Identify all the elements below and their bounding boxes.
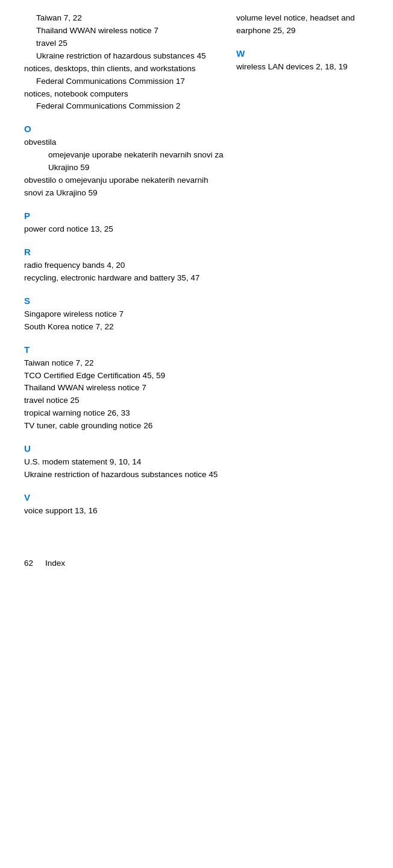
index-entry: radio frequency bands 4, 20 — [24, 259, 224, 272]
index-entry: Federal Communications Commission 17 — [24, 75, 224, 88]
footer: 62 Index — [24, 553, 369, 568]
index-section: Ppower cord notice 13, 25 — [24, 211, 224, 236]
index-entry: Taiwan 7, 22 — [24, 12, 224, 25]
index-entry: tropical warning notice 26, 33 — [24, 407, 224, 420]
index-entry: South Korea notice 7, 22 — [24, 321, 224, 334]
right-column: volume level notice, headset and earphon… — [236, 12, 369, 528]
index-section: Rradio frequency bands 4, 20recycling, e… — [24, 247, 224, 285]
section-letter: U — [24, 443, 224, 454]
index-entry: recycling, electronic hardware and batte… — [24, 272, 224, 285]
index-section: Oobvestilaomejevanje uporabe nekaterih n… — [24, 124, 224, 200]
index-section: Taiwan 7, 22Thailand WWAN wireless notic… — [24, 12, 224, 113]
index-entry: power cord notice 13, 25 — [24, 223, 224, 236]
index-section: SSingapore wireless notice 7South Korea … — [24, 296, 224, 334]
index-entry: travel notice 25 — [24, 394, 224, 407]
index-entry: U.S. modem statement 9, 10, 14 — [24, 456, 224, 469]
section-letter: P — [24, 211, 224, 221]
index-entry: TV tuner, cable grounding notice 26 — [24, 420, 224, 432]
index-section: TTaiwan notice 7, 22TCO Certified Edge C… — [24, 344, 224, 433]
index-entry: Ukraine restriction of hazardous substan… — [24, 50, 224, 63]
section-letter: W — [236, 48, 369, 59]
section-letter: O — [24, 124, 224, 134]
index-entry: notices, notebook computers — [24, 88, 224, 101]
left-column: Taiwan 7, 22Thailand WWAN wireless notic… — [24, 12, 224, 528]
index-entry: notices, desktops, thin clients, and wor… — [24, 63, 224, 75]
index-entry: voice support 13, 16 — [24, 505, 224, 518]
section-letter: S — [24, 296, 224, 306]
index-section: Vvoice support 13, 16 — [24, 492, 224, 518]
index-entry: omejevanje uporabe nekaterih nevarnih sn… — [24, 149, 224, 174]
index-entry: Ukraine restriction of hazardous substan… — [24, 469, 224, 481]
section-letter: V — [24, 492, 224, 502]
index-entry: Federal Communications Commission 2 — [24, 100, 224, 113]
index-entry: Thailand WWAN wireless notice 7 — [24, 25, 224, 37]
index-section: Wwireless LAN devices 2, 18, 19 — [236, 48, 369, 74]
page-number: 62 — [24, 559, 33, 568]
index-entry: volume level notice, headset and earphon… — [236, 12, 369, 37]
index-entry: obvestilo o omejevanju uporabe nekaterih… — [24, 174, 224, 200]
index-entry: obvestila — [24, 136, 224, 149]
index-entry: Thailand WWAN wireless notice 7 — [24, 382, 224, 394]
index-section: volume level notice, headset and earphon… — [236, 12, 369, 37]
index-entry: travel 25 — [24, 37, 224, 50]
section-letter: R — [24, 247, 224, 257]
footer-label: Index — [45, 559, 65, 568]
index-entry: TCO Certified Edge Certification 45, 59 — [24, 370, 224, 382]
index-section: UU.S. modem statement 9, 10, 14Ukraine r… — [24, 443, 224, 481]
index-entry: Taiwan notice 7, 22 — [24, 357, 224, 370]
index-entry: wireless LAN devices 2, 18, 19 — [236, 61, 369, 74]
index-entry: Singapore wireless notice 7 — [24, 308, 224, 321]
section-letter: T — [24, 344, 224, 355]
